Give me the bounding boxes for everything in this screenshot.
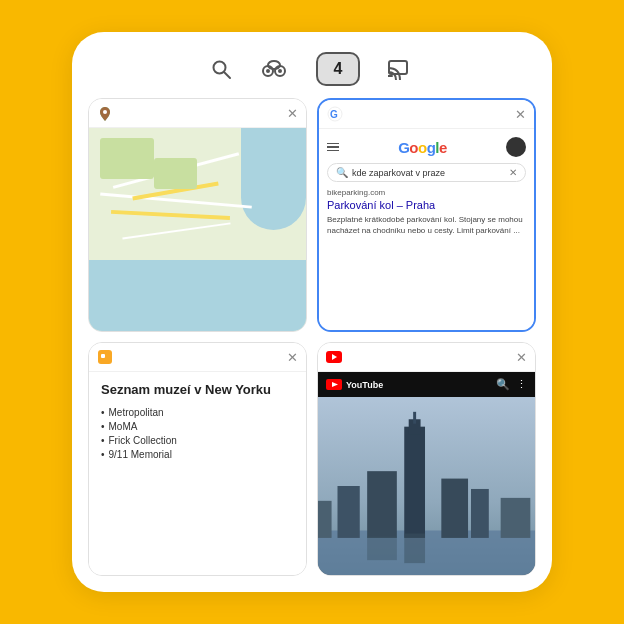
google-favicon-icon: G — [327, 106, 343, 122]
youtube-favicon-icon — [326, 349, 342, 365]
tab-google-content: Google 🔍 kde zaparkovat v praze ✕ bikepa… — [319, 129, 534, 330]
result-title[interactable]: Parkování kol – Praha — [327, 199, 526, 212]
youtube-page-header: YouTube 🔍 ⋮ — [318, 372, 535, 397]
tabs-grid: ✕ — [88, 98, 536, 576]
google-page: Google 🔍 kde zaparkovat v praze ✕ bikepa… — [319, 129, 534, 330]
tab-maps-content — [89, 128, 306, 331]
tab-youtube-header: ✕ — [318, 343, 535, 372]
svg-rect-28 — [318, 501, 332, 538]
svg-line-1 — [224, 72, 230, 78]
search-small-icon: 🔍 — [336, 167, 348, 178]
svg-rect-26 — [471, 489, 489, 538]
cast-icon[interactable] — [388, 58, 414, 80]
notes-title: Seznam muzeí v New Yorku — [101, 382, 294, 399]
svg-rect-20 — [404, 427, 425, 538]
svg-point-6 — [278, 69, 282, 73]
search-query: kde zaparkovat v praze — [352, 168, 445, 178]
tab-maps-header: ✕ — [89, 99, 306, 128]
google-page-header: Google — [327, 137, 526, 157]
tab-maps[interactable]: ✕ — [88, 98, 307, 332]
notes-favicon-icon — [97, 349, 113, 365]
svg-marker-17 — [332, 382, 338, 387]
list-item: MoMA — [101, 421, 294, 432]
tab-maps-close[interactable]: ✕ — [287, 107, 298, 120]
svg-rect-25 — [338, 486, 360, 538]
svg-point-10 — [103, 110, 107, 114]
svg-rect-23 — [367, 471, 397, 538]
google-user-avatar[interactable] — [506, 137, 526, 157]
list-item: Frick Collection — [101, 435, 294, 446]
map-background — [89, 128, 306, 331]
incognito-icon[interactable] — [260, 58, 288, 80]
tab-youtube[interactable]: ✕ YouTube 🔍 ⋮ — [317, 342, 536, 576]
google-search-bar[interactable]: 🔍 kde zaparkovat v praze ✕ — [327, 163, 526, 182]
notes-list: Metropolitan MoMA Frick Collection 9/11 … — [101, 407, 294, 460]
youtube-toolbar-icons: 🔍 ⋮ — [496, 378, 527, 391]
tab-google-header: G ✕ — [319, 100, 534, 129]
tab-google[interactable]: G ✕ Google — [317, 98, 536, 332]
result-site: bikeparking.com — [327, 188, 526, 197]
youtube-thumbnail — [318, 397, 535, 575]
tab-notes[interactable]: ✕ Seznam muzeí v New Yorku Metropolitan … — [88, 342, 307, 576]
notes-page: Seznam muzeí v New Yorku Metropolitan Mo… — [89, 372, 306, 575]
maps-favicon-icon — [97, 105, 113, 121]
toolbar: 4 — [88, 52, 536, 86]
youtube-logo-text: YouTube — [346, 380, 383, 390]
svg-rect-14 — [101, 354, 105, 358]
tab-youtube-content: YouTube 🔍 ⋮ — [318, 372, 535, 575]
svg-text:G: G — [330, 109, 338, 120]
svg-rect-24 — [441, 479, 468, 538]
svg-point-4 — [268, 61, 280, 69]
search-icon[interactable] — [210, 58, 232, 80]
google-logo: Google — [398, 139, 447, 156]
youtube-page: YouTube 🔍 ⋮ — [318, 372, 535, 575]
youtube-more-icon[interactable]: ⋮ — [516, 378, 527, 391]
tab-notes-header: ✕ — [89, 343, 306, 372]
phone-container: 4 ✕ — [72, 32, 552, 592]
svg-point-5 — [266, 69, 270, 73]
hamburger-menu-icon[interactable] — [327, 143, 339, 152]
tab-count-badge[interactable]: 4 — [316, 52, 361, 86]
tab-google-close[interactable]: ✕ — [515, 108, 526, 121]
youtube-logo-icon — [326, 379, 342, 390]
list-item: 9/11 Memorial — [101, 449, 294, 460]
result-description: Bezplatné krátkodobé parkování kol. Stoj… — [327, 215, 526, 236]
tab-notes-close[interactable]: ✕ — [287, 351, 298, 364]
svg-rect-29 — [404, 533, 425, 563]
youtube-search-icon[interactable]: 🔍 — [496, 378, 510, 391]
list-item: Metropolitan — [101, 407, 294, 418]
clear-search-icon[interactable]: ✕ — [509, 167, 517, 178]
svg-rect-27 — [501, 498, 531, 538]
svg-rect-22 — [413, 412, 416, 424]
svg-rect-30 — [367, 536, 397, 560]
tab-notes-content: Seznam muzeí v New Yorku Metropolitan Mo… — [89, 372, 306, 575]
tab-youtube-close[interactable]: ✕ — [516, 351, 527, 364]
